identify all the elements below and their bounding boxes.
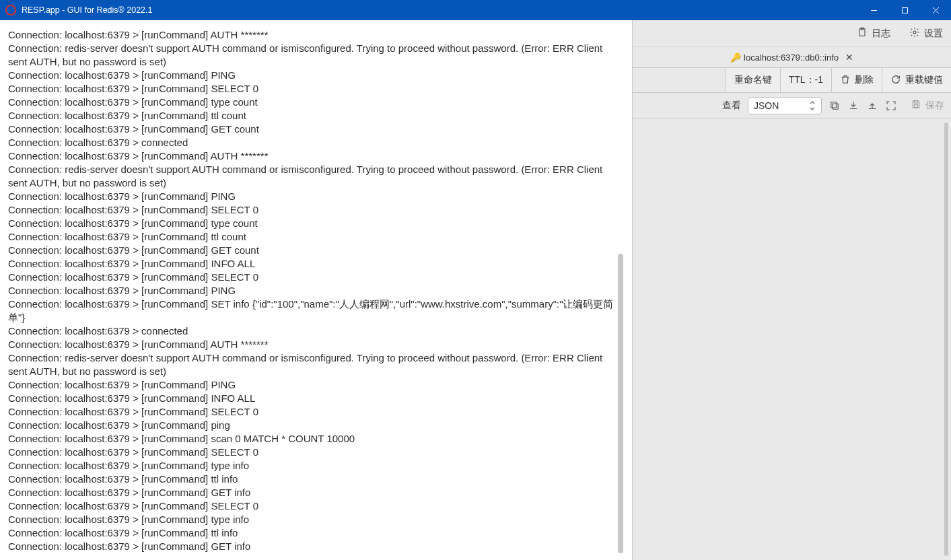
key-action-row: 重命名键 TTL：-1 删除 重载键值 xyxy=(633,67,951,93)
rename-label: 重命名键 xyxy=(734,74,772,86)
log-line: Connection: localhost:6379 > [runCommand… xyxy=(8,513,619,526)
log-line: Connection: localhost:6379 > [runCommand… xyxy=(8,392,619,405)
log-line: Connection: localhost:6379 > [runCommand… xyxy=(8,486,619,499)
right-panel: 日志 设置 🔑 localhost:6379::db0::info ✕ 重命名键 xyxy=(632,20,951,560)
clipboard-icon xyxy=(857,27,868,40)
log-line: Connection: localhost:6379 > [runCommand… xyxy=(8,419,619,432)
tab-key-info[interactable]: 🔑 localhost:6379::db0::info ✕ xyxy=(730,52,853,63)
log-line: Connection: localhost:6379 > [runCommand… xyxy=(8,378,619,392)
gear-icon xyxy=(909,27,920,40)
save-label: 保存 xyxy=(925,100,944,112)
log-line: Connection: localhost:6379 > [runCommand… xyxy=(8,298,619,324)
log-line: Connection: localhost:6379 > [runCommand… xyxy=(8,217,619,230)
log-line: Connection: localhost:6379 > [runCommand… xyxy=(8,123,619,136)
download-icon[interactable] xyxy=(847,100,859,112)
format-value: JSON xyxy=(754,100,779,111)
log-line: Connection: localhost:6379 > [runCommand… xyxy=(8,96,619,109)
window-controls xyxy=(858,0,951,20)
log-line: Connection: localhost:6379 > [runCommand… xyxy=(8,446,619,459)
log-line: Connection: localhost:6379 > [runCommand… xyxy=(8,459,619,473)
log-link[interactable]: 日志 xyxy=(857,27,890,40)
svg-rect-0 xyxy=(902,7,907,13)
app-icon xyxy=(5,5,16,15)
log-line: Connection: localhost:6379 > [runCommand… xyxy=(8,28,619,42)
log-lines[interactable]: Connection: localhost:6379 > [runCommand… xyxy=(3,23,626,557)
log-line: Connection: redis-server doesn't support… xyxy=(8,42,619,69)
log-line: Connection: localhost:6379 > [runCommand… xyxy=(8,149,619,163)
header-links: 日志 设置 xyxy=(633,20,951,47)
delete-key-button[interactable]: 删除 xyxy=(832,68,882,92)
svg-rect-6 xyxy=(914,101,917,103)
log-line: Connection: localhost:6379 > [runCommand… xyxy=(8,338,619,351)
log-panel: Connection: localhost:6379 > [runCommand… xyxy=(3,23,626,557)
tab-row: 🔑 localhost:6379::db0::info ✕ xyxy=(633,47,951,67)
value-content-area[interactable] xyxy=(633,118,951,560)
log-line: Connection: localhost:6379 > [runCommand… xyxy=(8,432,619,446)
rename-key-button[interactable]: 重命名键 xyxy=(726,68,781,92)
log-line: Connection: localhost:6379 > [runCommand… xyxy=(8,257,619,271)
key-icon: 🔑 xyxy=(730,53,741,63)
log-line: Connection: localhost:6379 > [runCommand… xyxy=(8,499,619,513)
format-select[interactable]: JSON xyxy=(748,97,822,114)
svg-rect-7 xyxy=(914,105,917,108)
maximize-button[interactable] xyxy=(889,0,920,20)
log-line: Connection: redis-server doesn't support… xyxy=(8,163,619,190)
log-line: Connection: localhost:6379 > [runCommand… xyxy=(8,203,619,217)
key-name-field[interactable] xyxy=(633,68,726,92)
save-icon xyxy=(911,99,921,112)
minimize-button[interactable] xyxy=(858,0,889,20)
reload-value-button[interactable]: 重载键值 xyxy=(882,68,951,92)
reload-icon xyxy=(890,74,901,87)
settings-link[interactable]: 设置 xyxy=(909,27,943,40)
log-line: Connection: localhost:6379 > connected xyxy=(8,136,619,149)
log-line: Connection: redis-server doesn't support… xyxy=(8,351,619,378)
log-line: Connection: localhost:6379 > [runCommand… xyxy=(8,82,619,96)
log-line: Connection: localhost:6379 > [runCommand… xyxy=(8,190,619,203)
view-label: 查看 xyxy=(722,100,741,112)
log-line: Connection: localhost:6379 > [runCommand… xyxy=(8,526,619,540)
chevron-updown-icon xyxy=(808,100,817,112)
settings-link-label: 设置 xyxy=(924,28,943,40)
window-title: RESP.app - GUI for Redis® 2022.1 xyxy=(22,5,153,15)
log-line: Connection: localhost:6379 > [runCommand… xyxy=(8,244,619,257)
svg-point-3 xyxy=(913,31,916,34)
trash-icon xyxy=(840,74,851,87)
log-line: Connection: localhost:6379 > connected xyxy=(8,324,619,338)
save-button[interactable]: 保存 xyxy=(911,99,944,112)
reload-label: 重载键值 xyxy=(905,74,943,86)
log-scrollbar[interactable] xyxy=(618,254,623,553)
close-button[interactable] xyxy=(920,0,951,20)
view-tool-icons xyxy=(829,100,897,112)
ttl-button[interactable]: TTL：-1 xyxy=(781,68,832,92)
log-line: Connection: localhost:6379 > [runCommand… xyxy=(8,271,619,284)
tab-label: localhost:6379::db0::info xyxy=(744,53,839,63)
tab-close-icon[interactable]: ✕ xyxy=(845,52,853,63)
svg-rect-5 xyxy=(831,102,837,107)
ttl-label: TTL：-1 xyxy=(789,74,823,86)
delete-label: 删除 xyxy=(855,74,874,86)
log-line: Connection: localhost:6379 > [runCommand… xyxy=(8,109,619,123)
log-line: Connection: localhost:6379 > [runCommand… xyxy=(8,284,619,298)
log-link-label: 日志 xyxy=(872,28,890,40)
log-line: Connection: localhost:6379 > [runCommand… xyxy=(8,540,619,553)
log-line: Connection: localhost:6379 > [runCommand… xyxy=(8,69,619,82)
svg-rect-4 xyxy=(833,104,838,109)
log-line: Connection: localhost:6379 > [runCommand… xyxy=(8,473,619,486)
log-line: Connection: localhost:6379 > [runCommand… xyxy=(8,405,619,419)
content-scrollbar[interactable] xyxy=(944,123,948,556)
fullscreen-icon[interactable] xyxy=(885,100,897,112)
copy-icon[interactable] xyxy=(829,100,841,112)
upload-icon[interactable] xyxy=(866,100,878,112)
log-line: Connection: localhost:6379 > [runCommand… xyxy=(8,230,619,244)
titlebar: RESP.app - GUI for Redis® 2022.1 xyxy=(0,0,951,20)
view-row: 查看 JSON 保存 xyxy=(633,93,951,118)
